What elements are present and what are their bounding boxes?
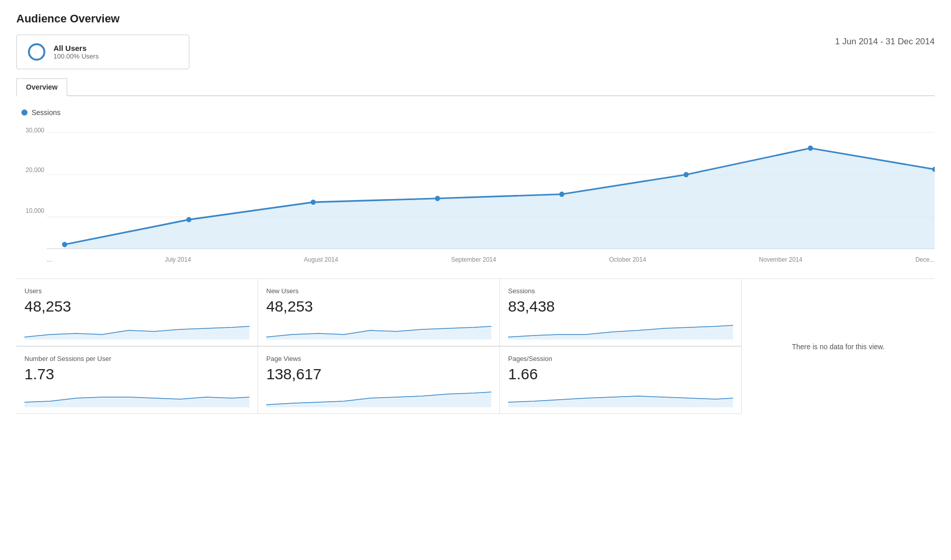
chart-point-2 bbox=[311, 200, 316, 205]
no-data-panel: There is no data for this view. bbox=[741, 278, 935, 414]
metric-spu-title: Number of Sessions per User bbox=[24, 355, 249, 362]
metric-users-value: 48,253 bbox=[24, 298, 249, 315]
metrics-left: Users 48,253 New Users 48,253 Sessions 8… bbox=[16, 278, 741, 414]
legend-dot bbox=[21, 109, 27, 116]
chart-point-0 bbox=[62, 242, 67, 247]
chart-point-4 bbox=[560, 191, 565, 197]
chart-area-fill bbox=[65, 148, 935, 249]
y-label-30k: 30,000 bbox=[25, 127, 44, 134]
x-label-6: Dece... bbox=[915, 256, 935, 263]
top-row: All Users 100.00% Users 1 Jun 2014 - 31 … bbox=[16, 35, 935, 69]
metric-pps-sparkline bbox=[508, 387, 733, 407]
metric-users-sparkline bbox=[24, 319, 249, 340]
metric-sessions-sparkline bbox=[508, 319, 733, 340]
legend-label: Sessions bbox=[32, 108, 61, 117]
metric-page-views: Page Views 138,617 bbox=[258, 347, 500, 414]
segment-box[interactable]: All Users 100.00% Users bbox=[16, 35, 189, 69]
metric-users-title: Users bbox=[24, 287, 249, 295]
metric-spu-value: 1.73 bbox=[24, 366, 249, 383]
metrics-row-2: Number of Sessions per User 1.73 Page Vi… bbox=[16, 346, 741, 414]
chart-point-5 bbox=[684, 172, 689, 177]
metrics-area: Users 48,253 New Users 48,253 Sessions 8… bbox=[16, 278, 935, 414]
x-label-1: July 2014 bbox=[165, 256, 191, 263]
metric-sessions: Sessions 83,438 bbox=[500, 279, 741, 346]
chart-point-3 bbox=[435, 196, 440, 201]
metric-pps-title: Pages/Session bbox=[508, 355, 733, 362]
x-label-2: August 2014 bbox=[304, 256, 338, 263]
x-label-3: September 2014 bbox=[451, 256, 496, 263]
chart-point-6 bbox=[808, 146, 813, 151]
chart-legend: Sessions bbox=[21, 108, 935, 117]
metric-pps-value: 1.66 bbox=[508, 366, 733, 383]
no-data-message: There is no data for this view. bbox=[792, 343, 884, 351]
tabs-bar: Overview bbox=[16, 78, 935, 96]
y-label-20k: 20,000 bbox=[25, 166, 44, 174]
metric-sessions-title: Sessions bbox=[508, 287, 733, 295]
metric-pages-per-session: Pages/Session 1.66 bbox=[500, 347, 741, 414]
svg-point-0 bbox=[29, 44, 44, 60]
chart-container: ... July 2014 August 2014 September 2014… bbox=[47, 122, 935, 263]
chart-svg bbox=[47, 122, 935, 254]
x-label-4: October 2014 bbox=[609, 256, 646, 263]
segment-info: All Users 100.00% Users bbox=[53, 44, 99, 60]
metric-sessions-value: 83,438 bbox=[508, 298, 733, 315]
metric-users: Users 48,253 bbox=[16, 279, 258, 346]
x-label-0: ... bbox=[47, 256, 52, 263]
metric-new-users-value: 48,253 bbox=[266, 298, 491, 315]
metric-pv-sparkline bbox=[266, 387, 491, 407]
metrics-row-1: Users 48,253 New Users 48,253 Sessions 8… bbox=[16, 278, 741, 346]
page-title: Audience Overview bbox=[16, 12, 935, 25]
metric-new-users: New Users 48,253 bbox=[258, 279, 500, 346]
y-label-10k: 10,000 bbox=[25, 207, 44, 214]
x-label-5: November 2014 bbox=[759, 256, 802, 263]
metric-new-users-sparkline bbox=[266, 319, 491, 340]
metric-pv-title: Page Views bbox=[266, 355, 491, 362]
segment-sub: 100.00% Users bbox=[53, 52, 99, 60]
metric-sessions-per-user: Number of Sessions per User 1.73 bbox=[16, 347, 258, 414]
tab-overview[interactable]: Overview bbox=[16, 78, 67, 96]
metric-pv-value: 138,617 bbox=[266, 366, 491, 383]
metric-new-users-title: New Users bbox=[266, 287, 491, 295]
x-axis-labels: ... July 2014 August 2014 September 2014… bbox=[47, 256, 935, 263]
chart-section: Sessions 30,000 20,000 10,000 bbox=[16, 108, 935, 263]
segment-icon bbox=[27, 42, 46, 62]
metric-spu-sparkline bbox=[24, 387, 249, 407]
date-range: 1 Jun 2014 - 31 Dec 2014 bbox=[835, 37, 935, 47]
segment-label: All Users bbox=[53, 44, 99, 52]
chart-point-1 bbox=[186, 217, 191, 222]
